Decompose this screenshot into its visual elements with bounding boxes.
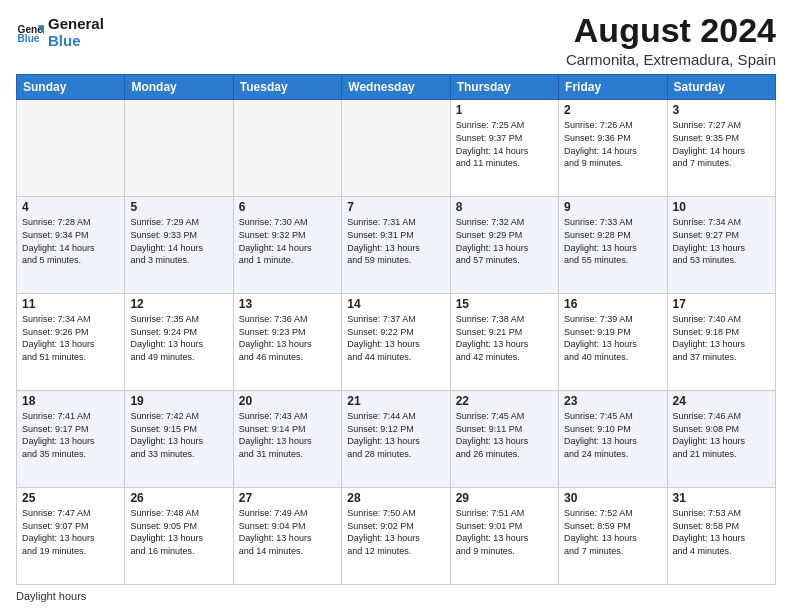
calendar-table: Sunday Monday Tuesday Wednesday Thursday… [16,74,776,585]
day-detail: Sunrise: 7:46 AM Sunset: 9:08 PM Dayligh… [673,410,770,460]
day-number: 5 [130,200,227,214]
day-number: 11 [22,297,119,311]
calendar-cell-4-0: 25Sunrise: 7:47 AM Sunset: 9:07 PM Dayli… [17,488,125,585]
svg-text:Blue: Blue [18,33,40,44]
calendar-cell-0-2 [233,100,341,197]
calendar-cell-0-6: 3Sunrise: 7:27 AM Sunset: 9:35 PM Daylig… [667,100,775,197]
page: General Blue General Blue August 2024 Ca… [0,0,792,612]
calendar-cell-4-6: 31Sunrise: 7:53 AM Sunset: 8:58 PM Dayli… [667,488,775,585]
day-number: 14 [347,297,444,311]
day-detail: Sunrise: 7:42 AM Sunset: 9:15 PM Dayligh… [130,410,227,460]
day-detail: Sunrise: 7:49 AM Sunset: 9:04 PM Dayligh… [239,507,336,557]
day-number: 27 [239,491,336,505]
day-detail: Sunrise: 7:45 AM Sunset: 9:11 PM Dayligh… [456,410,553,460]
calendar-cell-2-5: 16Sunrise: 7:39 AM Sunset: 9:19 PM Dayli… [559,294,667,391]
calendar-cell-0-3 [342,100,450,197]
calendar-week-0: 1Sunrise: 7:25 AM Sunset: 9:37 PM Daylig… [17,100,776,197]
header-saturday: Saturday [667,75,775,100]
header-friday: Friday [559,75,667,100]
day-number: 1 [456,103,553,117]
calendar-cell-2-2: 13Sunrise: 7:36 AM Sunset: 9:23 PM Dayli… [233,294,341,391]
day-number: 9 [564,200,661,214]
day-number: 4 [22,200,119,214]
day-detail: Sunrise: 7:40 AM Sunset: 9:18 PM Dayligh… [673,313,770,363]
calendar-cell-0-5: 2Sunrise: 7:26 AM Sunset: 9:36 PM Daylig… [559,100,667,197]
day-number: 19 [130,394,227,408]
day-number: 29 [456,491,553,505]
day-number: 22 [456,394,553,408]
calendar-cell-4-4: 29Sunrise: 7:51 AM Sunset: 9:01 PM Dayli… [450,488,558,585]
calendar-cell-2-3: 14Sunrise: 7:37 AM Sunset: 9:22 PM Dayli… [342,294,450,391]
day-detail: Sunrise: 7:51 AM Sunset: 9:01 PM Dayligh… [456,507,553,557]
calendar-week-2: 11Sunrise: 7:34 AM Sunset: 9:26 PM Dayli… [17,294,776,391]
calendar-cell-4-5: 30Sunrise: 7:52 AM Sunset: 8:59 PM Dayli… [559,488,667,585]
day-number: 2 [564,103,661,117]
day-detail: Sunrise: 7:53 AM Sunset: 8:58 PM Dayligh… [673,507,770,557]
calendar-cell-4-2: 27Sunrise: 7:49 AM Sunset: 9:04 PM Dayli… [233,488,341,585]
logo-line1: General [48,16,104,33]
day-number: 17 [673,297,770,311]
calendar-cell-1-0: 4Sunrise: 7:28 AM Sunset: 9:34 PM Daylig… [17,197,125,294]
day-detail: Sunrise: 7:33 AM Sunset: 9:28 PM Dayligh… [564,216,661,266]
header-monday: Monday [125,75,233,100]
day-number: 23 [564,394,661,408]
day-number: 25 [22,491,119,505]
day-number: 7 [347,200,444,214]
header-row-days: Sunday Monday Tuesday Wednesday Thursday… [17,75,776,100]
day-number: 13 [239,297,336,311]
day-detail: Sunrise: 7:37 AM Sunset: 9:22 PM Dayligh… [347,313,444,363]
calendar-cell-1-2: 6Sunrise: 7:30 AM Sunset: 9:32 PM Daylig… [233,197,341,294]
calendar-cell-2-0: 11Sunrise: 7:34 AM Sunset: 9:26 PM Dayli… [17,294,125,391]
day-detail: Sunrise: 7:48 AM Sunset: 9:05 PM Dayligh… [130,507,227,557]
calendar-cell-4-3: 28Sunrise: 7:50 AM Sunset: 9:02 PM Dayli… [342,488,450,585]
calendar-cell-4-1: 26Sunrise: 7:48 AM Sunset: 9:05 PM Dayli… [125,488,233,585]
day-detail: Sunrise: 7:36 AM Sunset: 9:23 PM Dayligh… [239,313,336,363]
calendar-week-1: 4Sunrise: 7:28 AM Sunset: 9:34 PM Daylig… [17,197,776,294]
calendar-cell-2-6: 17Sunrise: 7:40 AM Sunset: 9:18 PM Dayli… [667,294,775,391]
day-detail: Sunrise: 7:50 AM Sunset: 9:02 PM Dayligh… [347,507,444,557]
logo: General Blue General Blue [16,16,104,49]
day-detail: Sunrise: 7:47 AM Sunset: 9:07 PM Dayligh… [22,507,119,557]
title-block: August 2024 Carmonita, Extremadura, Spai… [566,12,776,68]
calendar-cell-2-1: 12Sunrise: 7:35 AM Sunset: 9:24 PM Dayli… [125,294,233,391]
day-number: 10 [673,200,770,214]
day-detail: Sunrise: 7:30 AM Sunset: 9:32 PM Dayligh… [239,216,336,266]
calendar-cell-3-1: 19Sunrise: 7:42 AM Sunset: 9:15 PM Dayli… [125,391,233,488]
header-wednesday: Wednesday [342,75,450,100]
day-number: 15 [456,297,553,311]
day-number: 21 [347,394,444,408]
calendar-cell-2-4: 15Sunrise: 7:38 AM Sunset: 9:21 PM Dayli… [450,294,558,391]
calendar-cell-1-5: 9Sunrise: 7:33 AM Sunset: 9:28 PM Daylig… [559,197,667,294]
calendar-cell-1-6: 10Sunrise: 7:34 AM Sunset: 9:27 PM Dayli… [667,197,775,294]
footer: Daylight hours [16,590,776,602]
day-detail: Sunrise: 7:31 AM Sunset: 9:31 PM Dayligh… [347,216,444,266]
day-number: 16 [564,297,661,311]
calendar-cell-0-4: 1Sunrise: 7:25 AM Sunset: 9:37 PM Daylig… [450,100,558,197]
day-number: 6 [239,200,336,214]
calendar-cell-3-6: 24Sunrise: 7:46 AM Sunset: 9:08 PM Dayli… [667,391,775,488]
day-number: 30 [564,491,661,505]
day-detail: Sunrise: 7:28 AM Sunset: 9:34 PM Dayligh… [22,216,119,266]
day-detail: Sunrise: 7:45 AM Sunset: 9:10 PM Dayligh… [564,410,661,460]
day-detail: Sunrise: 7:34 AM Sunset: 9:26 PM Dayligh… [22,313,119,363]
location-title: Carmonita, Extremadura, Spain [566,51,776,68]
calendar-cell-1-1: 5Sunrise: 7:29 AM Sunset: 9:33 PM Daylig… [125,197,233,294]
day-detail: Sunrise: 7:41 AM Sunset: 9:17 PM Dayligh… [22,410,119,460]
calendar-week-3: 18Sunrise: 7:41 AM Sunset: 9:17 PM Dayli… [17,391,776,488]
calendar-cell-3-3: 21Sunrise: 7:44 AM Sunset: 9:12 PM Dayli… [342,391,450,488]
day-number: 18 [22,394,119,408]
day-number: 3 [673,103,770,117]
month-title: August 2024 [566,12,776,49]
day-number: 28 [347,491,444,505]
logo-line2: Blue [48,33,104,50]
calendar-cell-0-1 [125,100,233,197]
header-tuesday: Tuesday [233,75,341,100]
day-detail: Sunrise: 7:25 AM Sunset: 9:37 PM Dayligh… [456,119,553,169]
calendar-cell-1-3: 7Sunrise: 7:31 AM Sunset: 9:31 PM Daylig… [342,197,450,294]
logo-icon: General Blue [16,19,44,47]
day-number: 24 [673,394,770,408]
day-detail: Sunrise: 7:26 AM Sunset: 9:36 PM Dayligh… [564,119,661,169]
calendar-cell-3-4: 22Sunrise: 7:45 AM Sunset: 9:11 PM Dayli… [450,391,558,488]
day-number: 31 [673,491,770,505]
header-thursday: Thursday [450,75,558,100]
